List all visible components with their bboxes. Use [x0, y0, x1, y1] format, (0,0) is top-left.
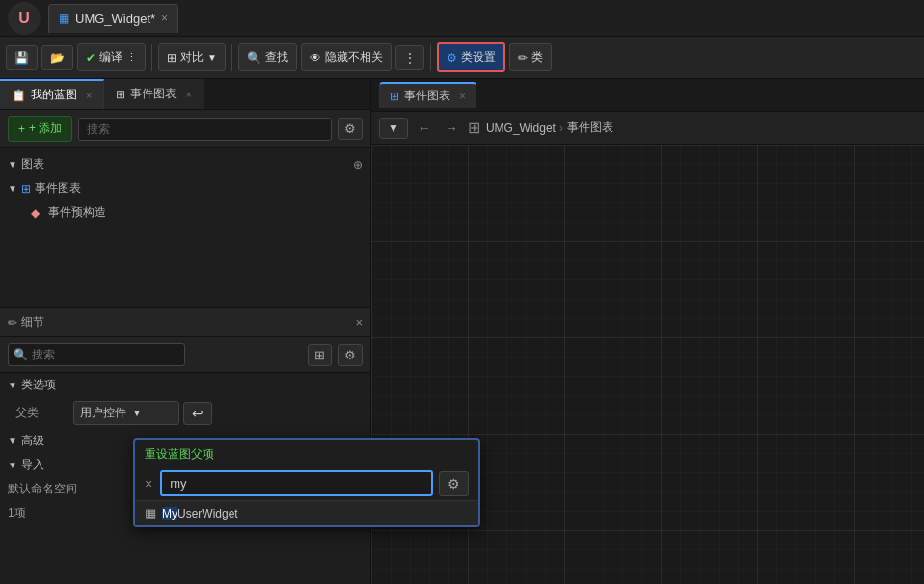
graph-nav-icon: ⊞ — [468, 119, 480, 137]
parent-class-value: 用户控件 ▼ ↩ — [73, 401, 363, 425]
my-blueprint-tab-icon: 📋 — [12, 89, 26, 102]
event-graph-tab-icon: ⊞ — [116, 88, 125, 101]
details-search-icon: 🔍 — [14, 348, 28, 361]
blueprint-search-bar: + + 添加 ⚙ — [0, 110, 370, 148]
right-tab-close[interactable]: × — [459, 90, 466, 103]
popup-search-input[interactable] — [160, 470, 433, 496]
popup-gear-button[interactable]: ⚙ — [439, 471, 469, 496]
graph-section-header[interactable]: ▼ 图表 ⊕ — [0, 152, 370, 176]
panel-tabs: 📋 我的蓝图 × ⊞ 事件图表 × — [0, 79, 370, 110]
open-button[interactable]: 📂 — [41, 45, 73, 70]
more-icon: ⋮ — [404, 51, 416, 65]
popup-result-highlight: My — [162, 507, 177, 520]
parent-class-label: 父类 — [15, 405, 73, 421]
class-settings-label: 类设置 — [461, 49, 496, 66]
my-blueprint-tab-close[interactable]: × — [86, 90, 92, 101]
app-logo: U — [8, 2, 41, 35]
details-settings-button[interactable]: ⚙ — [338, 344, 363, 366]
compare-icon: ⊞ — [167, 51, 177, 65]
parent-class-dropdown[interactable]: 用户控件 ▼ — [73, 401, 179, 425]
right-panel-tabs: ⊞ 事件图表 × — [371, 79, 924, 112]
advanced-label: 高级 — [21, 433, 44, 449]
title-bar: U ▦ UMG_Widget* × — [0, 0, 924, 37]
add-label: + 添加 — [29, 120, 62, 137]
hide-label: 隐藏不相关 — [325, 49, 383, 66]
nav-forward-button[interactable]: → — [441, 119, 462, 138]
blueprint-search-input[interactable] — [78, 118, 332, 141]
popup-result-suffix: UserWidget — [177, 507, 238, 520]
popup-search-row: × ⚙ — [135, 466, 478, 500]
parent-class-dropdown-label: 用户控件 — [80, 405, 126, 421]
find-label: 查找 — [265, 49, 288, 66]
right-tab-icon: ⊞ — [390, 90, 399, 103]
default-namespace-label: 默认命名空间 — [8, 481, 77, 497]
category-label: 类选项 — [21, 377, 56, 393]
popup-result-item[interactable]: ▦ MyUserWidget — [135, 500, 478, 525]
details-search-wrapper: 🔍 — [8, 343, 302, 366]
undo-parent-class-button[interactable]: ↩ — [183, 402, 212, 425]
hide-icon: 👁 — [310, 51, 321, 65]
details-title: ✏ 细节 — [8, 314, 44, 331]
nav-dropdown[interactable]: ▼ — [379, 118, 408, 139]
nav-dropdown-arrow: ▼ — [388, 121, 399, 135]
details-panel-header: ✏ 细节 × — [0, 308, 370, 337]
add-button[interactable]: + + 添加 — [8, 116, 72, 142]
compile-more-icon: ⋮ — [126, 51, 137, 64]
search-settings-button[interactable]: ⚙ — [338, 118, 363, 140]
breadcrumb-item-1: UMG_Widget — [486, 121, 556, 135]
find-icon: 🔍 — [247, 51, 261, 65]
save-button[interactable]: 💾 — [6, 45, 38, 70]
nav-back-button[interactable]: ← — [414, 119, 435, 138]
event-icon: ◆ — [27, 205, 42, 221]
event-graph-tab-close[interactable]: × — [185, 89, 191, 100]
main-tab[interactable]: ▦ UMG_Widget* × — [48, 4, 178, 33]
event-graph-tab-label: 事件图表 — [130, 86, 177, 102]
class-button[interactable]: ✏ 类 — [509, 43, 552, 71]
popup-result-text: MyUserWidget — [162, 507, 238, 520]
compare-button[interactable]: ⊞ 对比 ▼ — [158, 43, 226, 71]
parent-class-dropdown-chevron: ▼ — [132, 408, 142, 418]
event-graph-chevron-icon: ▼ — [8, 183, 17, 194]
event-preconstruct-label: 事件预构造 — [48, 204, 106, 221]
more-button[interactable]: ⋮ — [395, 45, 424, 70]
class-settings-gear-icon: ⚙ — [447, 51, 457, 65]
open-icon: 📂 — [50, 51, 65, 65]
graph-section-label: 图表 — [21, 156, 44, 173]
details-search-input[interactable] — [8, 343, 185, 366]
compile-button[interactable]: ✔ 编译 ⋮ — [77, 43, 146, 71]
event-graph-tab-left[interactable]: ⊞ 事件图表 × — [104, 79, 204, 109]
category-chevron-icon: ▼ — [8, 380, 17, 390]
compile-check-icon: ✔ — [86, 51, 95, 65]
right-event-graph-tab[interactable]: ⊞ 事件图表 × — [379, 82, 476, 108]
hide-unrelated-button[interactable]: 👁 隐藏不相关 — [301, 43, 392, 71]
popup-clear-icon[interactable]: × — [145, 476, 152, 491]
blueprint-tree: ▼ 图表 ⊕ ▼ ⊞ 事件图表 ◆ 事件预构造 — [0, 148, 370, 307]
right-event-graph-label: 事件图表 — [404, 88, 450, 104]
logo-text: U — [18, 10, 30, 27]
find-button[interactable]: 🔍 查找 — [238, 43, 297, 71]
my-blueprint-tab[interactable]: 📋 我的蓝图 × — [0, 79, 104, 109]
compare-chevron: ▼ — [207, 52, 217, 63]
breadcrumb-item-2: 事件图表 — [567, 119, 613, 136]
details-grid-button[interactable]: ⊞ — [308, 344, 332, 366]
advanced-chevron-icon: ▼ — [8, 436, 17, 446]
event-graph-section-header[interactable]: ▼ ⊞ 事件图表 — [0, 176, 370, 200]
details-edit-icon: ✏ — [8, 316, 17, 330]
add-icon: + — [18, 122, 25, 136]
tab-close-button[interactable]: × — [161, 12, 168, 25]
details-tab-label: 细节 — [21, 314, 44, 331]
details-close-icon[interactable]: × — [355, 315, 363, 330]
sep3 — [430, 44, 431, 71]
details-search-bar: 🔍 ⊞ ⚙ — [0, 337, 370, 373]
sep2 — [231, 44, 232, 71]
import-chevron-icon: ▼ — [8, 460, 17, 470]
class-settings-button[interactable]: ⚙ 类设置 — [437, 42, 505, 72]
popup-title: 重设蓝图父项 — [135, 440, 478, 466]
event-preconstruct-item[interactable]: ◆ 事件预构造 — [0, 200, 370, 225]
save-icon: 💾 — [14, 51, 29, 65]
my-blueprint-tab-label: 我的蓝图 — [31, 87, 77, 103]
graph-add-icon[interactable]: ⊕ — [353, 158, 363, 172]
tab-icon: ▦ — [59, 12, 69, 25]
category-section-header[interactable]: ▼ 类选项 — [0, 373, 370, 397]
class-label: 类 — [531, 49, 543, 66]
